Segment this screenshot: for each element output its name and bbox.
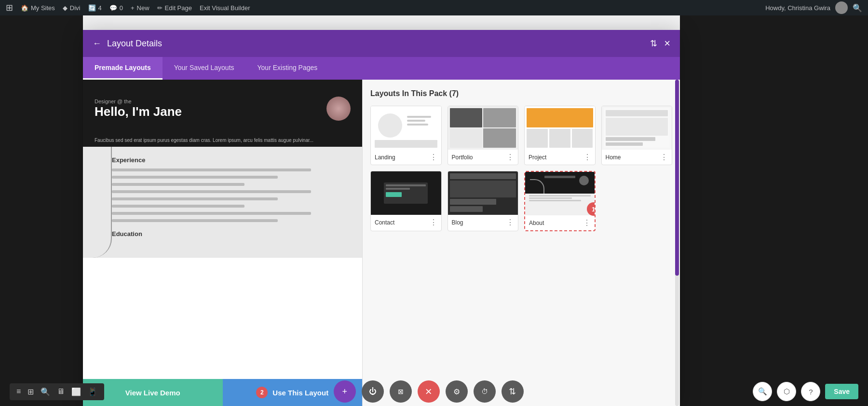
toolbar-left-group: ≡ ⊞ 🔍 🖥 ⬜ 📱 [10,383,104,400]
toolbar-sort-button[interactable]: ⇅ [502,380,524,403]
toolbar-settings-button[interactable]: ⚙ [446,380,468,403]
toolbar-desktop-button[interactable]: 🖥 [57,387,65,396]
edit-icon: ✏ [157,4,163,12]
preview-subtitle: Faucibus sed sed erat ipsum purus egesta… [83,138,362,147]
preview-experience-section: Experience Education [83,147,362,258]
layout-label-project: Project [529,154,546,161]
notification-icon: 🔄 [88,4,96,12]
modal-back-button[interactable]: ← [93,39,101,49]
preview-designer-label: Designer @ the [95,98,319,104]
home-line1 [606,110,668,116]
toolbar-power-button[interactable]: ⏻ [362,380,384,403]
preview-image: Designer @ the Hello, I'm Jane Faucibus … [83,80,362,379]
scroll-thumb[interactable] [675,80,679,276]
admin-search-button[interactable]: 🔍 [853,3,862,13]
layout-more-about[interactable]: ⋮ [583,218,591,227]
toolbar-mobile-button[interactable]: 📱 [88,387,97,396]
tabd-name-line [544,176,575,178]
layout-more-home[interactable]: ⋮ [660,153,668,162]
layout-more-project[interactable]: ⋮ [583,153,591,162]
toolbar-search-icon-right[interactable]: 🔍 [753,382,772,401]
layout-card-contact[interactable]: Contact ⋮ [370,171,442,231]
black-side-left [0,15,83,406]
admin-mysites[interactable]: 🏠 My Sites [21,4,55,12]
divi-label: Divi [70,4,81,12]
admin-wordpress-icon[interactable]: ⊞ [6,2,13,13]
admin-comments[interactable]: 💬 0 [109,4,123,12]
toolbar-tablet-button[interactable]: ⬜ [71,387,81,396]
toolbar-layers-icon[interactable]: ⬡ [777,382,796,401]
page-background: ← Layout Details ⇅ × Premade Layouts You… [0,15,868,406]
save-button[interactable]: Save [825,384,858,399]
toolbar-menu-button[interactable]: ≡ [16,387,21,396]
preview-line-7 [112,212,311,215]
tabd-bottom [525,194,595,215]
layout-more-landing[interactable]: ⋮ [430,153,437,162]
layout-thumb-home [602,106,672,150]
exit-vb-label: Exit Visual Builder [200,4,250,12]
admin-exit-visual-builder[interactable]: Exit Visual Builder [200,4,250,12]
layout-label-home: Home [606,154,621,161]
layout-more-contact[interactable]: ⋮ [430,218,437,227]
layout-label-blog: Blog [452,219,463,226]
layout-card-portfolio[interactable]: Portfolio ⋮ [448,106,519,165]
layout-label-portfolio: Portfolio [452,154,473,161]
tab-saved-layouts[interactable]: Your Saved Layouts [163,57,246,80]
preview-curve [93,147,112,258]
admin-divi[interactable]: ◆ Divi [63,4,81,12]
user-avatar[interactable] [835,1,848,14]
user-greeting: Howdy, Christina Gwira [765,4,830,12]
layout-label-about: About [529,220,544,226]
tab-existing-pages[interactable]: Your Existing Pages [246,57,329,80]
admin-notifications[interactable]: 🔄 4 [88,4,102,12]
layout-card-landing[interactable]: Landing ⋮ [370,106,442,165]
tpd-2 [483,108,516,127]
toolbar-close-button[interactable]: × [418,380,440,403]
toolbar-grid-button[interactable]: ⊞ [27,387,34,396]
toolbar-history-button[interactable]: ⏱ [474,380,496,403]
tabd-line3 [529,200,581,201]
modal-close-button[interactable]: × [664,37,670,50]
toolbar-delete-button[interactable]: ⊠ [390,380,412,403]
layout-preview-panel: Designer @ the Hello, I'm Jane Faucibus … [83,80,363,406]
home-img [606,118,668,136]
preview-edu-title: Education [112,230,333,238]
new-label: New [137,4,149,12]
layout-card-about[interactable]: About ⋮ 1 [524,171,596,231]
tprojd-cell2 [549,129,570,148]
tpd-1 [450,108,483,127]
layout-card-blog[interactable]: Blog ⋮ [448,171,519,231]
tabd-avatar [579,176,589,185]
tbld-row3 [450,206,483,212]
tld-line3 [407,124,428,126]
tcd-line2 [386,188,410,190]
notification-count: 4 [98,4,102,12]
layout-thumb-project [525,106,595,150]
tprojd-bottom [527,129,593,148]
layout-card-project[interactable]: Project ⋮ [524,106,596,165]
tabd-top [525,172,595,194]
layout-card-home[interactable]: Home ⋮ [601,106,673,165]
comment-count: 0 [120,4,123,12]
layout-thumb-about [525,172,595,215]
black-side-right [680,15,868,406]
layout-more-portfolio[interactable]: ⋮ [506,153,514,162]
layout-label-contact: Contact [375,219,394,226]
modal-sort-button[interactable]: ⇅ [650,38,657,49]
scroll-track[interactable] [675,80,679,406]
layout-thumb-portfolio [448,106,518,150]
tabd-line1 [529,195,591,196]
toolbar-add-button[interactable]: + [334,380,356,403]
comment-icon: 💬 [109,4,117,12]
layout-card-footer-project: Project ⋮ [525,150,595,165]
layout-card-footer-home: Home ⋮ [602,150,672,165]
toolbar-help-icon[interactable]: ? [801,382,820,401]
toolbar-search-button[interactable]: 🔍 [41,387,50,396]
layouts-grid-panel: Layouts In This Pack (7) [363,80,680,406]
layout-thumb-landing [371,106,441,150]
preview-name: Hello, I'm Jane [95,104,319,119]
admin-new[interactable]: + New [131,4,149,12]
admin-edit-page[interactable]: ✏ Edit Page [157,4,192,12]
layout-more-blog[interactable]: ⋮ [506,218,514,227]
tab-premade-layouts[interactable]: Premade Layouts [83,57,163,80]
